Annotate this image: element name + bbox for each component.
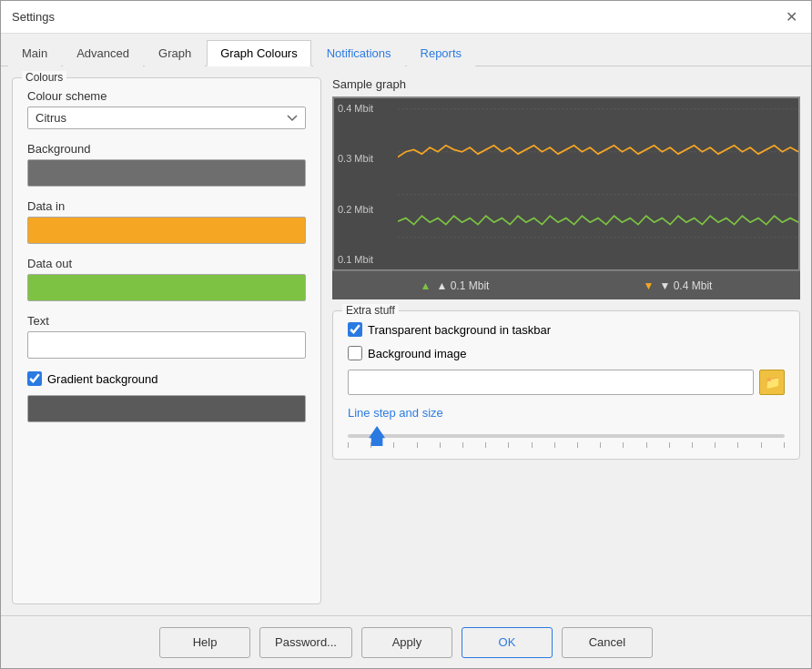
window-title: Settings [12,10,55,24]
tick-12 [600,442,601,448]
tick-14 [646,442,647,448]
background-label: Background [27,142,306,156]
graph-legend: ▲ ▲ 0.1 Mbit ▼ ▼ 0.4 Mbit [332,270,800,299]
legend-up-value: ▲ 0.1 Mbit [436,279,489,292]
legend-item-up: ▲ ▲ 0.1 Mbit [421,279,490,292]
colours-panel-title: Colours [22,71,66,84]
data-out-color-swatch[interactable] [27,274,306,301]
tick-10 [554,442,555,448]
tick-5 [440,442,441,448]
text-color-label: Text [27,314,306,328]
data-out-label: Data out [27,257,306,270]
background-image-input[interactable] [348,370,754,395]
legend-down-value: ▼ 0.4 Mbit [659,279,712,292]
tab-advanced[interactable]: Advanced [63,40,143,66]
tick-11 [577,442,578,448]
up-arrow-icon: ▲ [421,279,431,292]
line-step-section: Line step and size [348,406,785,448]
text-color-swatch[interactable] [27,331,306,359]
tab-notifications[interactable]: Notifications [313,40,405,66]
password-button[interactable]: Password... [259,627,352,658]
tick-6 [462,442,463,448]
tab-graph-colours[interactable]: Graph Colours [207,40,311,66]
transparent-bg-row: Transparent background in taskbar [348,322,785,337]
cancel-button[interactable]: Cancel [562,627,653,658]
settings-window: Settings ✕ Main Advanced Graph Graph Col… [0,0,812,669]
content-area: Colours Colour scheme Citrus Default Dar… [1,66,811,615]
axis-label-03: 0.3 Mbit [338,153,394,164]
axis-label-04: 0.4 Mbit [338,103,394,114]
apply-button[interactable]: Apply [361,627,452,658]
tick-20 [784,442,785,448]
extra-stuff-title: Extra stuff [342,304,399,317]
colour-scheme-select[interactable]: Citrus Default Dark Ocean [27,106,306,129]
background-group: Background [27,142,306,187]
tab-graph[interactable]: Graph [145,40,205,66]
tick-4 [417,442,418,448]
sample-graph-section: Sample graph 0.4 Mbit 0.3 Mbit 0.2 Mbit … [332,77,800,299]
data-in-label: Data in [27,199,306,213]
background-color-swatch[interactable] [27,159,306,187]
folder-icon: 📁 [765,375,780,390]
close-button[interactable]: ✕ [782,8,800,26]
tick-9 [532,442,533,448]
tick-3 [393,442,394,448]
data-in-color-swatch[interactable] [27,217,306,244]
tick-1 [348,442,349,448]
gradient-bg-color-swatch[interactable] [27,395,306,422]
bg-image-row: Background image [348,346,785,360]
transparent-bg-label: Transparent background in taskbar [368,323,551,337]
tick-17 [715,442,716,448]
tick-13 [623,442,624,448]
tick-15 [669,442,670,448]
colour-scheme-group: Colour scheme Citrus Default Dark Ocean [27,89,306,129]
extra-stuff-section: Extra stuff Transparent background in ta… [332,310,800,460]
sample-graph-label: Sample graph [332,77,800,91]
axis-label-02: 0.2 Mbit [338,204,394,215]
tab-main[interactable]: Main [8,40,61,66]
right-panel: Sample graph 0.4 Mbit 0.3 Mbit 0.2 Mbit … [332,77,800,604]
folder-browse-button[interactable]: 📁 [759,370,785,395]
background-image-checkbox[interactable] [348,346,362,360]
colours-panel: Colours Colour scheme Citrus Default Dar… [12,77,321,604]
tick-8 [508,442,509,448]
tick-7 [485,442,486,448]
gradient-bg-checkbox[interactable] [27,371,42,386]
line-step-label: Line step and size [348,406,785,420]
ok-button[interactable]: OK [462,627,553,658]
data-in-group: Data in [27,199,306,244]
bottom-bar: Help Password... Apply OK Cancel [1,615,811,668]
tab-reports[interactable]: Reports [407,40,476,66]
transparent-bg-checkbox[interactable] [348,322,362,337]
data-out-group: Data out [27,257,306,301]
background-image-label: Background image [368,347,466,360]
line-step-slider[interactable] [348,434,785,438]
graph-container: 0.4 Mbit 0.3 Mbit 0.2 Mbit 0.1 Mbit [333,97,799,270]
tick-19 [761,442,762,448]
graph-canvas [398,98,798,269]
down-arrow-icon: ▼ [644,279,655,292]
tick-18 [737,442,738,448]
axis-label-01: 0.1 Mbit [338,254,394,265]
help-button[interactable]: Help [159,627,250,658]
text-color-group: Text [27,314,306,359]
gradient-bg-label: Gradient background [47,372,157,386]
bg-image-input-row: 📁 [348,370,785,395]
title-bar: Settings ✕ [1,1,811,34]
gradient-bg-row: Gradient background [27,371,306,386]
colour-scheme-label: Colour scheme [27,89,306,103]
graph-axis-labels: 0.4 Mbit 0.3 Mbit 0.2 Mbit 0.1 Mbit [334,98,398,269]
tick-16 [692,442,693,448]
tab-bar: Main Advanced Graph Graph Colours Notifi… [1,34,811,66]
legend-item-down: ▼ ▼ 0.4 Mbit [644,279,713,292]
graph-svg [398,98,798,269]
